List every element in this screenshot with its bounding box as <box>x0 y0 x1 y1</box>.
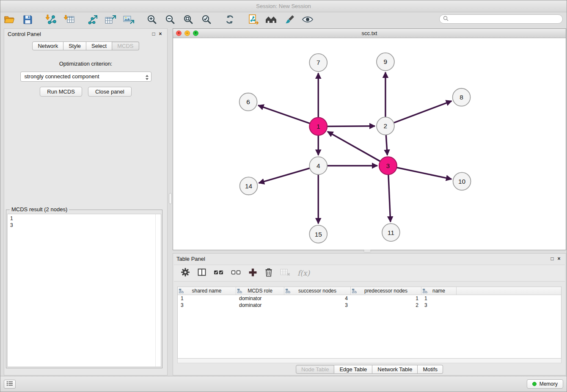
search-field[interactable] <box>439 14 563 24</box>
tab-edge-table[interactable]: Edge Table <box>334 365 372 374</box>
export-network-icon <box>86 14 98 27</box>
deselect-all-icon <box>231 269 241 278</box>
apply-style-button[interactable] <box>283 14 296 27</box>
edge-3-11[interactable] <box>388 174 391 222</box>
refresh-button[interactable] <box>223 14 236 27</box>
minimize-button[interactable]: − <box>184 30 190 36</box>
edge-3-1[interactable] <box>328 132 380 161</box>
graph-node-1[interactable]: 1 <box>309 118 327 135</box>
memory-status-icon <box>532 382 537 386</box>
graph-node-4[interactable]: 4 <box>309 157 327 174</box>
svg-text:9: 9 <box>384 58 388 65</box>
graph-node-7[interactable]: 7 <box>309 54 327 72</box>
import-network-button[interactable] <box>44 14 57 27</box>
cell-shared-name: 3 <box>178 302 236 309</box>
mcds-result-list[interactable]: 13 <box>7 214 161 367</box>
edge-1-6[interactable] <box>258 105 310 124</box>
select-all-button[interactable] <box>214 269 224 278</box>
table-panel: Table Panel □ × <box>173 253 566 375</box>
memory-button-label: Memory <box>539 381 558 387</box>
edge-1-2[interactable] <box>327 126 375 127</box>
column-header-name[interactable]: name <box>421 287 457 295</box>
graph-node-9[interactable]: 9 <box>377 53 394 71</box>
show-graphics-details-button[interactable] <box>301 14 314 27</box>
tab-network-table[interactable]: Network Table <box>372 365 418 374</box>
close-panel-button[interactable]: Close panel <box>88 87 132 97</box>
export-table-icon <box>105 14 116 27</box>
graph-node-10[interactable]: 10 <box>453 172 471 190</box>
column-label: predecessor nodes <box>364 288 407 294</box>
save-session-button[interactable] <box>21 14 34 27</box>
graph-node-15[interactable]: 15 <box>309 225 327 243</box>
mcds-result-group: MCDS result (2 nodes) 13 <box>6 210 162 368</box>
column-header-MCDS-role[interactable]: MCDS role <box>236 287 284 295</box>
column-header-successor-nodes[interactable]: successor nodes <box>284 287 351 295</box>
split-columns-icon <box>197 268 206 279</box>
table-settings-button[interactable] <box>181 268 190 279</box>
graph-node-8[interactable]: 8 <box>453 88 471 106</box>
table-horizontal-scrollbar[interactable] <box>177 359 561 363</box>
eye-icon <box>302 15 314 26</box>
column-header-shared-name[interactable]: shared name <box>178 287 236 295</box>
memory-button[interactable]: Memory <box>527 379 563 389</box>
zoom-out-button[interactable] <box>164 14 176 27</box>
control-panel-float-button[interactable]: □ <box>150 30 157 37</box>
network-svg[interactable]: 7968124314101511 <box>173 38 566 250</box>
open-session-button[interactable] <box>3 14 16 27</box>
network-canvas[interactable]: 7968124314101511 <box>173 38 566 250</box>
cell-name: 1 <box>421 295 457 302</box>
table-row[interactable]: 1dominator411 <box>178 295 561 302</box>
mcds-result-title: MCDS result (2 nodes) <box>10 206 69 213</box>
tab-network[interactable]: Network <box>32 41 63 50</box>
edge-2-8[interactable] <box>394 101 452 123</box>
edge-2-3[interactable] <box>386 135 387 155</box>
zoom-in-button[interactable] <box>146 14 158 27</box>
split-view-button[interactable] <box>197 268 206 279</box>
graph-node-2[interactable]: 2 <box>377 117 394 135</box>
deselect-all-button[interactable] <box>231 269 241 278</box>
tab-style[interactable]: Style <box>63 41 86 50</box>
table-panel-float-button[interactable]: □ <box>549 255 556 262</box>
export-network-button[interactable] <box>86 14 99 27</box>
column-header-predecessor-nodes[interactable]: predecessor nodes <box>351 287 421 295</box>
run-mcds-button[interactable]: Run MCDS <box>40 87 82 97</box>
home-button[interactable] <box>265 14 278 27</box>
criterion-select[interactable]: strongly connected component <box>20 72 151 82</box>
panel-menu-button[interactable] <box>4 380 16 389</box>
graph-node-14[interactable]: 14 <box>240 177 258 195</box>
svg-text:14: 14 <box>245 182 253 190</box>
function-builder-button[interactable]: f(x) <box>297 269 310 277</box>
edge-4-14[interactable] <box>259 168 310 183</box>
tab-node-table[interactable]: Node Table <box>296 365 335 374</box>
export-table-button[interactable] <box>104 14 117 27</box>
table-panel-close-button[interactable]: × <box>556 255 562 262</box>
network-window-titlebar[interactable]: × − + scc.txt <box>173 29 566 38</box>
zoom-button[interactable]: + <box>193 30 198 36</box>
cell-predecessor-nodes: 1 <box>351 295 421 302</box>
trash-icon <box>264 268 273 279</box>
delete-column-button[interactable] <box>264 268 273 279</box>
tab-motifs[interactable]: Motifs <box>418 365 443 374</box>
horizontal-splitter-handle[interactable] <box>363 250 371 252</box>
export-image-button[interactable] <box>122 14 135 27</box>
close-button[interactable]: × <box>176 30 182 36</box>
control-panel-title: Control Panel <box>8 31 41 37</box>
import-table-button[interactable] <box>63 14 75 27</box>
tab-mcds[interactable]: MCDS <box>112 41 139 50</box>
zoom-selected-button[interactable] <box>200 14 213 27</box>
search-input[interactable] <box>451 16 559 22</box>
graph-node-3[interactable]: 3 <box>379 157 397 174</box>
vertical-splitter-handle[interactable] <box>169 193 172 204</box>
edge-3-10[interactable] <box>396 168 451 179</box>
zoom-fit-button[interactable] <box>182 14 195 27</box>
tab-select[interactable]: Select <box>86 41 112 50</box>
add-column-button[interactable] <box>248 268 257 279</box>
table-row[interactable]: 3dominator323 <box>178 302 561 309</box>
import-table-icon <box>63 14 75 27</box>
graph-node-11[interactable]: 11 <box>382 224 400 241</box>
table-panel-header: Table Panel □ × <box>173 254 566 264</box>
graph-node-6[interactable]: 6 <box>239 93 257 111</box>
clone-network-button[interactable] <box>247 14 259 27</box>
control-panel-close-button[interactable]: × <box>157 30 164 37</box>
app-window: Session: New Session <box>0 0 567 392</box>
